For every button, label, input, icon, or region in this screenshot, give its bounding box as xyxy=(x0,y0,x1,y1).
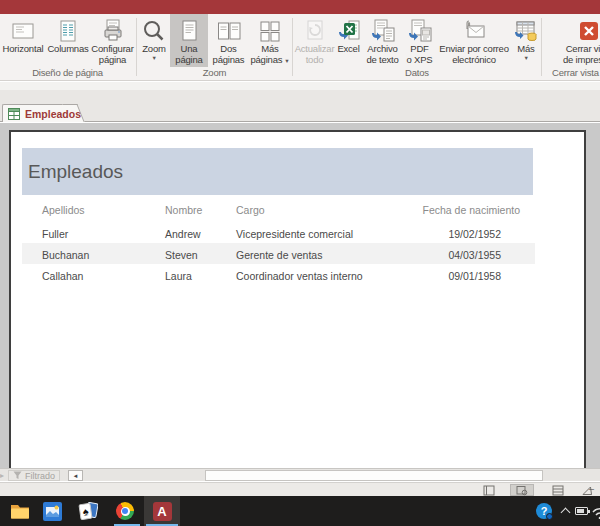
cell-fecha: 04/03/1955 xyxy=(448,249,501,261)
button-label: Más páginas xyxy=(250,43,282,65)
chrome-icon[interactable] xyxy=(115,501,135,521)
object-tab-bar: Empleados xyxy=(0,104,600,122)
button-label: Dos páginas xyxy=(213,43,245,65)
table-row: Buchanan Steven Gerente de ventas 04/03/… xyxy=(11,243,584,264)
refresh-all-icon xyxy=(302,17,328,44)
show-hidden-icons[interactable] xyxy=(561,508,571,518)
excel-button[interactable]: Excel xyxy=(335,14,362,67)
column-header: Apellidos xyxy=(42,204,85,216)
button-label: Enviar por correo electrónico xyxy=(439,43,508,65)
column-header: Fecha de nacimiento xyxy=(423,204,520,216)
horizontal-button[interactable]: Horizontal xyxy=(0,14,46,67)
page-landscape-icon xyxy=(10,17,36,44)
table-row: Callahan Laura Coordinador ventas intern… xyxy=(11,264,584,285)
table-icon xyxy=(8,108,20,120)
tab-empleados[interactable]: Empleados xyxy=(2,104,74,122)
button-label: Actualizar todo xyxy=(295,43,335,65)
ribbon-separator xyxy=(292,18,293,76)
archivo-de-texto-button[interactable]: Archivo de texto xyxy=(362,14,403,67)
excel-icon xyxy=(336,17,362,44)
pdf-xps-icon xyxy=(407,17,433,44)
content-top-strip xyxy=(0,90,600,104)
dropdown-icon: ▼ xyxy=(138,55,170,62)
solitaire-icon[interactable]: ♠ xyxy=(78,501,98,521)
horizontal-scrollbar-thumb[interactable] xyxy=(205,470,543,481)
cell-fecha: 19/02/1952 xyxy=(448,228,501,240)
notification-dot xyxy=(546,513,553,520)
two-pages-icon xyxy=(216,17,242,44)
taskbar: ♠ A ? xyxy=(0,496,600,526)
one-page-icon xyxy=(176,17,202,44)
more-data-icon xyxy=(513,17,539,44)
page-setup-icon xyxy=(100,17,126,44)
bottom-scroll-row: ▸ Filtrado ◄ xyxy=(0,468,600,481)
cell-apellidos: Callahan xyxy=(42,270,83,282)
button-label: Una página xyxy=(175,43,202,65)
dos-paginas-button[interactable]: Dos páginas xyxy=(208,14,249,67)
dropdown-icon: ▼ xyxy=(512,55,540,62)
filter-icon xyxy=(13,471,22,480)
cerrar-vista-button[interactable]: Cerrar vista de impresión xyxy=(543,14,600,67)
actualizar-todo-button: Actualizar todo xyxy=(294,14,335,67)
title-bar xyxy=(0,0,600,14)
group-label-cerrar: Cerrar vista previa xyxy=(543,67,600,80)
columnas-button[interactable]: Columnas xyxy=(46,14,90,67)
cell-apellidos: Buchanan xyxy=(42,249,89,261)
email-icon xyxy=(461,17,487,44)
print-preview-area[interactable]: Empleados Apellidos Nombre Cargo Fecha d… xyxy=(0,123,600,468)
filtered-indicator: Filtrado xyxy=(8,470,60,481)
button-label: Horizontal xyxy=(3,43,44,54)
mas-button[interactable]: Más▼ xyxy=(512,14,540,67)
table-row: Fuller Andrew Vicepresidente comercial 1… xyxy=(11,222,584,243)
ribbon-separator xyxy=(541,18,542,76)
button-label: Configurar página xyxy=(91,43,133,65)
mas-paginas-button[interactable]: Más páginas▼ xyxy=(249,14,291,67)
column-header: Cargo xyxy=(236,204,265,216)
group-label-zoom: Zoom xyxy=(138,67,291,80)
pdf-xps-button[interactable]: PDFo XPS xyxy=(403,14,436,67)
close-preview-icon xyxy=(576,17,600,44)
enviar-correo-button[interactable]: Enviar por correo electrónico xyxy=(436,14,512,67)
cell-fecha: 09/01/1958 xyxy=(448,270,501,282)
configurar-pagina-button[interactable]: Configurar página xyxy=(90,14,135,67)
zoom-button[interactable]: Zoom▼ xyxy=(138,14,170,67)
cell-nombre: Andrew xyxy=(165,228,201,240)
filtered-label: Filtrado xyxy=(25,471,55,481)
report-title-banner: Empleados xyxy=(22,148,533,195)
una-pagina-button[interactable]: Una página xyxy=(170,14,208,67)
dropdown-icon: ▼ xyxy=(284,58,289,64)
photos-app-icon[interactable] xyxy=(42,501,62,521)
access-icon[interactable]: A xyxy=(152,501,172,521)
button-label: Cerrar vista de impresión xyxy=(563,43,600,65)
wifi-icon[interactable] xyxy=(592,505,600,523)
cell-apellidos: Fuller xyxy=(42,228,68,240)
battery-icon[interactable] xyxy=(575,507,588,515)
magnifier-icon xyxy=(141,17,167,44)
access-window: Horizontal Columnas Configurar página Di… xyxy=(0,0,600,526)
print-preview-view-button[interactable] xyxy=(510,484,534,496)
button-label: Archivo de texto xyxy=(366,43,398,65)
cell-nombre: Steven xyxy=(165,249,198,261)
cell-cargo: Coordinador ventas interno xyxy=(236,270,363,282)
table-header-row: Apellidos Nombre Cargo Fecha de nacimien… xyxy=(11,198,584,219)
ribbon-group-zoom: Zoom▼ Una página Dos páginas xyxy=(138,14,291,80)
file-explorer-icon[interactable] xyxy=(10,501,30,521)
button-label: Columnas xyxy=(47,43,88,54)
button-label: o XPS xyxy=(407,54,433,65)
report-page: Empleados Apellidos Nombre Cargo Fecha d… xyxy=(9,130,586,468)
ribbon: Horizontal Columnas Configurar página Di… xyxy=(0,14,600,81)
ribbon-bottom-strip xyxy=(0,82,600,90)
layout-view-button[interactable] xyxy=(546,484,570,496)
record-nav-remnant: ▸ xyxy=(0,471,4,480)
report-title: Empleados xyxy=(28,161,123,183)
column-header: Nombre xyxy=(165,204,202,216)
scroll-left-button[interactable]: ◄ xyxy=(68,470,83,481)
group-label-datos: Datos xyxy=(294,67,540,80)
cell-cargo: Gerente de ventas xyxy=(236,249,322,261)
report-view-button[interactable] xyxy=(477,484,501,496)
ribbon-separator xyxy=(136,18,137,76)
button-label: Zoom xyxy=(142,43,165,54)
button-label: Excel xyxy=(337,43,359,54)
group-label-diseno: Diseño de página xyxy=(0,67,135,80)
ribbon-group-cerrar: Cerrar vista de impresión Cerrar vista p… xyxy=(543,14,600,80)
